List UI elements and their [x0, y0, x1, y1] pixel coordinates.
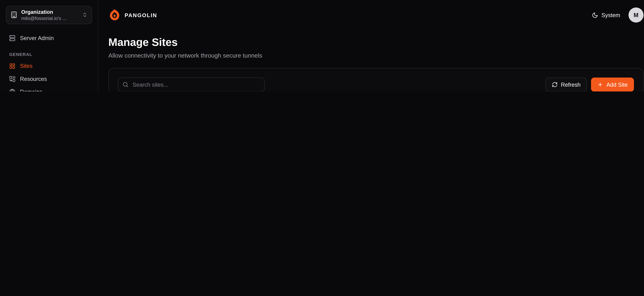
- org-title: Organization: [21, 9, 78, 16]
- card-toolbar: Refresh Add Site: [118, 78, 634, 92]
- sidebar-item-label: Resources: [20, 76, 47, 82]
- pangolin-logo-icon: [108, 9, 121, 21]
- brand-name: PANGOLIN: [125, 12, 157, 18]
- sidebar: Organization milo@fossorial.io's ... Ser…: [0, 0, 98, 92]
- search-input[interactable]: [118, 78, 265, 92]
- search-box: [118, 78, 265, 92]
- org-selector[interactable]: Organization milo@fossorial.io's ...: [6, 6, 92, 24]
- sidebar-item-sites[interactable]: Sites: [6, 60, 92, 72]
- topbar: PANGOLIN System M: [98, 0, 644, 30]
- sidebar-item-resources[interactable]: Resources: [6, 72, 92, 85]
- page-title: Manage Sites: [108, 36, 644, 49]
- sidebar-item-label: Domains: [20, 88, 42, 92]
- sidebar-item-label: Server Admin: [20, 35, 54, 41]
- sites-card: Refresh Add Site NameOnlineSiteData InDa…: [108, 68, 644, 92]
- nav-section-label-general: GENERAL: [9, 52, 89, 56]
- refresh-icon: [552, 82, 558, 88]
- theme-toggle-button[interactable]: System: [592, 12, 620, 18]
- sidebar-item-server-admin[interactable]: Server Admin: [6, 32, 92, 44]
- app-window: Organization milo@fossorial.io's ... Ser…: [0, 0, 644, 92]
- plus-icon: [597, 82, 603, 88]
- page-header: Manage Sites Allow connectivity to your …: [98, 30, 644, 59]
- main-content: PANGOLIN System M Manage Sites Allow con…: [98, 0, 644, 92]
- theme-label: System: [601, 12, 620, 18]
- refresh-button[interactable]: Refresh: [546, 78, 587, 92]
- server-icon: [9, 35, 16, 41]
- combine-icon: [9, 76, 16, 82]
- user-avatar[interactable]: M: [628, 8, 644, 22]
- search-icon: [122, 82, 128, 88]
- sidebar-item-domains[interactable]: Domains: [6, 85, 92, 92]
- toolbar-actions: Refresh Add Site: [546, 78, 634, 92]
- page-subtitle: Allow connectivity to your network throu…: [108, 52, 644, 59]
- org-selector-text: Organization milo@fossorial.io's ...: [21, 9, 78, 20]
- grid-icon: [9, 63, 16, 69]
- brand[interactable]: PANGOLIN: [108, 9, 157, 21]
- moon-icon: [592, 12, 598, 18]
- refresh-button-label: Refresh: [561, 82, 581, 88]
- add-site-button[interactable]: Add Site: [591, 78, 634, 92]
- org-subtitle: milo@fossorial.io's ...: [21, 16, 78, 21]
- sidebar-item-label: Sites: [20, 63, 32, 69]
- building-icon: [10, 11, 18, 18]
- sidebar-nav: Server AdminGENERALSitesResourcesDomains…: [6, 32, 92, 92]
- chevrons-up-down-icon: [82, 12, 88, 18]
- globe-icon: [9, 88, 16, 92]
- topbar-right: System M: [592, 8, 644, 22]
- add-site-button-label: Add Site: [606, 82, 628, 88]
